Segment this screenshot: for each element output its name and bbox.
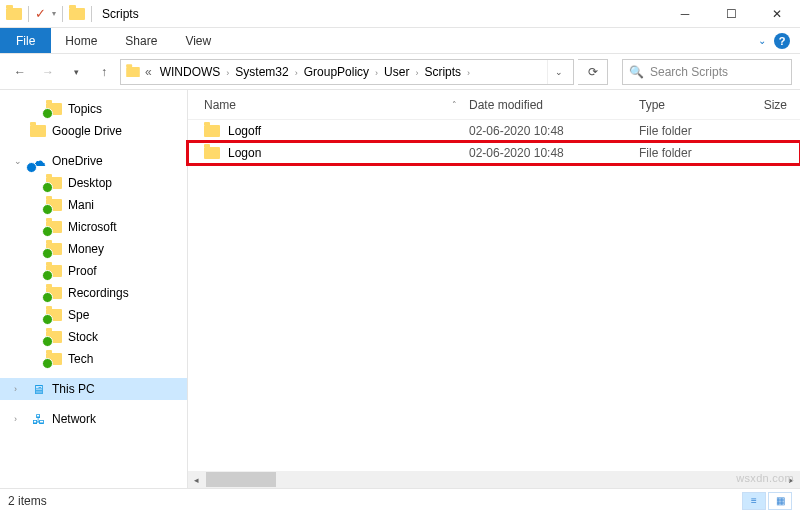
maximize-button[interactable]: ☐ <box>708 0 754 28</box>
scroll-left-icon[interactable]: ◂ <box>188 471 205 488</box>
tree-item-label: Topics <box>68 102 102 116</box>
status-bar: 2 items ≡ ▦ <box>0 488 800 512</box>
tree-item-label: OneDrive <box>52 154 103 168</box>
tree-item-tech[interactable]: Tech <box>0 348 187 370</box>
column-type[interactable]: Type <box>633 98 743 112</box>
tree-item-this-pc[interactable]: ›🖥This PC <box>0 378 187 400</box>
column-size[interactable]: Size <box>743 98 793 112</box>
folder-icon <box>69 8 85 20</box>
tree-item-proof[interactable]: Proof <box>0 260 187 282</box>
window-controls: ─ ☐ ✕ <box>662 0 800 28</box>
search-icon: 🔍 <box>629 65 644 79</box>
tree-item-desktop[interactable]: Desktop <box>0 172 187 194</box>
folder-icon <box>46 221 62 233</box>
file-list: Name˄ Date modified Type Size Logoff02-0… <box>188 90 800 488</box>
tree-item-microsoft[interactable]: Microsoft <box>0 216 187 238</box>
scroll-thumb[interactable] <box>206 472 276 487</box>
twist-icon[interactable]: › <box>14 384 24 394</box>
refresh-button[interactable]: ⟳ <box>578 59 608 85</box>
tree-item-network[interactable]: ›🖧Network <box>0 408 187 430</box>
column-name[interactable]: Name˄ <box>198 98 463 112</box>
breadcrumb-segment[interactable]: System32 <box>231 65 292 79</box>
breadcrumb-overflow[interactable]: « <box>141 65 156 79</box>
tab-home[interactable]: Home <box>51 28 111 53</box>
folder-icon <box>46 331 62 343</box>
watermark: wsxdn.com <box>736 472 794 484</box>
status-text: 2 items <box>8 494 47 508</box>
tree-item-onedrive[interactable]: ⌄☁OneDrive <box>0 150 187 172</box>
qat-dropdown-icon[interactable]: ▾ <box>52 9 56 18</box>
folder-icon <box>46 353 62 365</box>
sort-indicator-icon: ˄ <box>452 100 457 110</box>
app-icon <box>6 8 22 20</box>
window-title: Scripts <box>102 7 139 21</box>
breadcrumb-segment[interactable]: GroupPolicy <box>300 65 373 79</box>
tree-item-recordings[interactable]: Recordings <box>0 282 187 304</box>
folder-icon <box>204 125 220 137</box>
tab-view[interactable]: View <box>171 28 225 53</box>
checkmark-icon[interactable]: ✓ <box>35 6 46 21</box>
address-bar[interactable]: « WINDOWS›System32›GroupPolicy›User›Scri… <box>120 59 574 85</box>
tree-item-mani[interactable]: Mani <box>0 194 187 216</box>
recent-locations-icon[interactable]: ▾ <box>64 60 88 84</box>
chevron-right-icon[interactable]: › <box>293 68 300 78</box>
tree-item-label: Mani <box>68 198 94 212</box>
thumbnails-view-button[interactable]: ▦ <box>768 492 792 510</box>
separator <box>28 6 29 22</box>
tree-item-money[interactable]: Money <box>0 238 187 260</box>
folder-icon <box>46 265 62 277</box>
file-type: File folder <box>633 146 743 160</box>
tree-item-label: Proof <box>68 264 97 278</box>
tree-item-label: Recordings <box>68 286 129 300</box>
file-row-logoff[interactable]: Logoff02-06-2020 10:48File folder <box>188 120 800 142</box>
quick-access-toolbar: ✓ ▾ <box>0 6 92 22</box>
breadcrumb-segment[interactable]: WINDOWS <box>156 65 225 79</box>
up-button[interactable]: ↑ <box>92 60 116 84</box>
folder-icon <box>46 309 62 321</box>
file-tab[interactable]: File <box>0 28 51 53</box>
file-name: Logoff <box>228 124 261 138</box>
location-icon <box>126 66 140 76</box>
file-type: File folder <box>633 124 743 138</box>
address-dropdown-icon[interactable]: ⌄ <box>547 60 569 84</box>
breadcrumb-segment[interactable]: Scripts <box>420 65 465 79</box>
horizontal-scrollbar[interactable]: ◂ ▸ <box>188 471 800 488</box>
view-switcher: ≡ ▦ <box>742 492 792 510</box>
main-area: TopicsGoogle Drive⌄☁OneDriveDesktopManiM… <box>0 90 800 488</box>
title-bar: ✓ ▾ Scripts ─ ☐ ✕ <box>0 0 800 28</box>
chevron-right-icon[interactable]: › <box>465 68 472 78</box>
separator <box>91 6 92 22</box>
minimize-button[interactable]: ─ <box>662 0 708 28</box>
tree-item-topics[interactable]: Topics <box>0 98 187 120</box>
tree-item-stock[interactable]: Stock <box>0 326 187 348</box>
file-date: 02-06-2020 10:48 <box>463 146 633 160</box>
folder-icon <box>46 199 62 211</box>
tree-item-google-drive[interactable]: Google Drive <box>0 120 187 142</box>
close-button[interactable]: ✕ <box>754 0 800 28</box>
tree-item-spe[interactable]: Spe <box>0 304 187 326</box>
tab-share[interactable]: Share <box>111 28 171 53</box>
search-input[interactable]: 🔍 Search Scripts <box>622 59 792 85</box>
column-headers[interactable]: Name˄ Date modified Type Size <box>188 90 800 120</box>
twist-icon[interactable]: ⌄ <box>14 156 24 166</box>
tree-item-label: Desktop <box>68 176 112 190</box>
column-date[interactable]: Date modified <box>463 98 633 112</box>
tree-item-label: Spe <box>68 308 89 322</box>
folder-icon <box>46 287 62 299</box>
tree-item-label: Microsoft <box>68 220 117 234</box>
details-view-button[interactable]: ≡ <box>742 492 766 510</box>
navigation-tree[interactable]: TopicsGoogle Drive⌄☁OneDriveDesktopManiM… <box>0 90 188 488</box>
onedrive-icon: ☁ <box>30 153 46 169</box>
folder-icon <box>46 177 62 189</box>
folder-icon <box>46 243 62 255</box>
separator <box>62 6 63 22</box>
help-icon[interactable]: ? <box>774 33 790 49</box>
twist-icon[interactable]: › <box>14 414 24 424</box>
net-icon: 🖧 <box>30 411 46 427</box>
breadcrumb-segment[interactable]: User <box>380 65 413 79</box>
back-button[interactable]: ← <box>8 60 32 84</box>
expand-ribbon-icon[interactable]: ⌄ <box>758 35 766 46</box>
forward-button[interactable]: → <box>36 60 60 84</box>
file-row-logon[interactable]: Logon02-06-2020 10:48File folder <box>188 142 800 164</box>
folder-icon <box>30 125 46 137</box>
